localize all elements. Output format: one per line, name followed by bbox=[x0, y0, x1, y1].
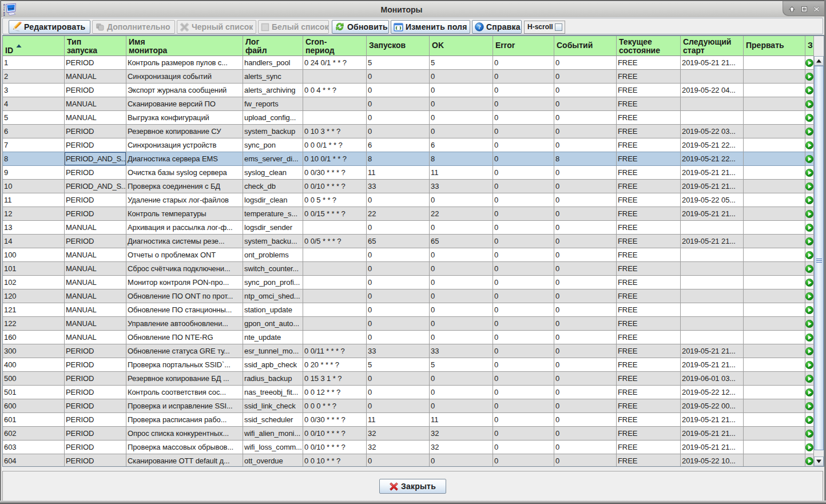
svg-text:?: ? bbox=[478, 23, 481, 30]
svg-text:x: x bbox=[3, 14, 5, 17]
